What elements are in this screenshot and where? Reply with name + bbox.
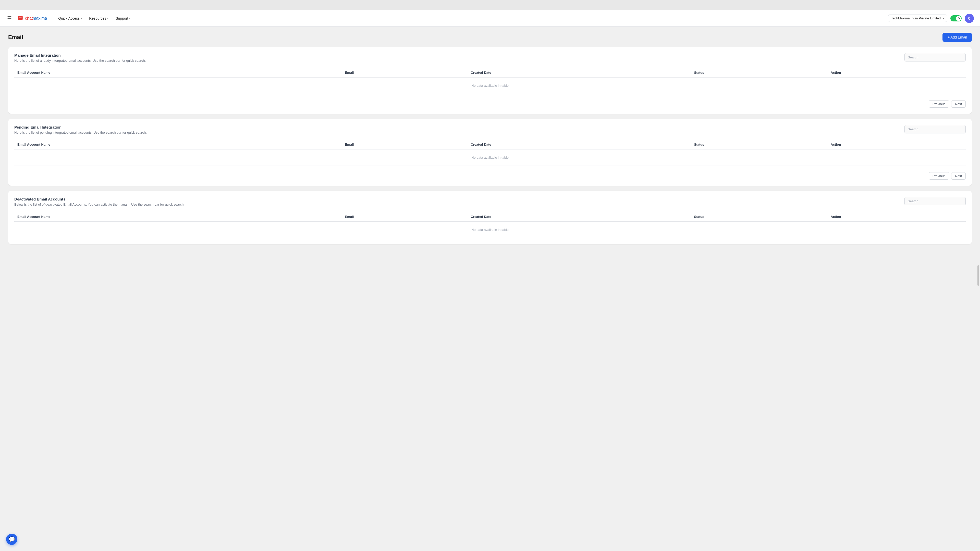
manage-col-email: Email: [342, 68, 468, 77]
logo-chat-text: chat: [25, 16, 33, 21]
resources-chevron-icon: ▾: [107, 17, 108, 20]
org-selector[interactable]: TechMaxima India Private Limited ▾: [888, 14, 947, 22]
logo-maxima-text: maxima: [33, 16, 47, 21]
pending-col-status: Status: [691, 140, 827, 149]
pending-empty-message: No data available in table: [14, 149, 966, 166]
logo[interactable]: chatmaxima: [17, 15, 47, 22]
deactivated-table: Email Account Name Email Created Date St…: [14, 212, 966, 238]
manage-table-header: Email Account Name Email Created Date St…: [14, 68, 966, 77]
nav-item-support[interactable]: Support ▾: [113, 15, 134, 22]
deactivated-table-body: No data available in table: [14, 221, 966, 238]
pending-section-title: Pending Email Integration: [14, 125, 904, 129]
deactivated-col-status: Status: [691, 212, 827, 221]
pending-email-section: Pending Email Integration Here is the li…: [8, 119, 972, 186]
logo-icon: [17, 15, 24, 22]
nav-item-quick-access[interactable]: Quick Access ▾: [55, 15, 85, 22]
pending-table-header: Email Account Name Email Created Date St…: [14, 140, 966, 149]
main-content: Email + Add Email Manage Email Integrati…: [0, 27, 980, 551]
pending-section-subtitle: Here is the list of pending intergrated …: [14, 130, 904, 135]
svg-point-3: [21, 17, 22, 18]
logo-text: chatmaxima: [25, 16, 47, 21]
manage-title-area: Manage Email Integration Here is the lis…: [14, 53, 904, 63]
navbar-left: ☰ chatmaxima Quick Access ▾ Resources ▾: [6, 14, 134, 22]
nav-item-resources[interactable]: Resources ▾: [86, 15, 111, 22]
manage-col-action: Action: [828, 68, 966, 77]
deactivated-email-section: Deactivated Email Accounts Below is the …: [8, 191, 972, 244]
pending-col-action: Action: [828, 140, 966, 149]
deactivated-empty-message: No data available in table: [14, 221, 966, 238]
deactivated-title-area: Deactivated Email Accounts Below is the …: [14, 197, 904, 207]
quick-access-label: Quick Access: [58, 16, 80, 21]
pending-table-body: No data available in table: [14, 149, 966, 166]
manage-section-title: Manage Email Integration: [14, 53, 904, 57]
avatar-label: C: [968, 16, 970, 21]
org-name: TechMaxima India Private Limited: [891, 16, 941, 20]
deactivated-table-header: Email Account Name Email Created Date St…: [14, 212, 966, 221]
pending-table-divider: [14, 168, 966, 168]
resources-label: Resources: [89, 16, 106, 21]
page-title: Email: [8, 34, 23, 41]
deactivated-col-email: Email: [342, 212, 468, 221]
deactivated-section-subtitle: Below is the list of of deactivated Emai…: [14, 202, 904, 207]
pending-empty-row: No data available in table: [14, 149, 966, 166]
manage-search-container: [904, 53, 966, 62]
manage-section-subtitle: Here is the list of already intergrated …: [14, 59, 904, 63]
page-header: Email + Add Email: [8, 33, 972, 42]
pending-col-created-date: Created Date: [468, 140, 691, 149]
deactivated-empty-row: No data available in table: [14, 221, 966, 238]
pending-next-button[interactable]: Next: [951, 172, 966, 179]
pending-section-header: Pending Email Integration Here is the li…: [14, 125, 966, 135]
chat-widget[interactable]: 💬: [6, 534, 18, 545]
manage-empty-row: No data available in table: [14, 77, 966, 94]
manage-next-button[interactable]: Next: [951, 100, 966, 108]
deactivated-section-header: Deactivated Email Accounts Below is the …: [14, 197, 966, 207]
top-bar: [0, 0, 980, 10]
manage-table: Email Account Name Email Created Date St…: [14, 68, 966, 94]
org-selector-chevron-icon: ▾: [943, 17, 944, 20]
settings-toggle[interactable]: ⚙: [950, 15, 962, 21]
quick-access-chevron-icon: ▾: [81, 17, 82, 20]
manage-pagination: Previous Next: [14, 100, 966, 108]
pending-previous-button[interactable]: Previous: [929, 172, 950, 179]
deactivated-search-input[interactable]: [904, 197, 966, 205]
deactivated-col-account-name: Email Account Name: [14, 212, 342, 221]
chat-widget-icon: 💬: [9, 536, 15, 542]
deactivated-table-header-row: Email Account Name Email Created Date St…: [14, 212, 966, 221]
navbar-right: TechMaxima India Private Limited ▾ ⚙ C: [888, 14, 974, 23]
pending-table-header-row: Email Account Name Email Created Date St…: [14, 140, 966, 149]
add-email-button[interactable]: + Add Email: [942, 33, 972, 42]
manage-previous-button[interactable]: Previous: [929, 100, 950, 108]
deactivated-section-title: Deactivated Email Accounts: [14, 197, 904, 201]
deactivated-col-created-date: Created Date: [468, 212, 691, 221]
manage-table-divider: [14, 96, 966, 96]
manage-col-status: Status: [691, 68, 827, 77]
navbar: ☰ chatmaxima Quick Access ▾ Resources ▾: [0, 10, 980, 27]
deactivated-col-action: Action: [828, 212, 966, 221]
settings-gear-icon: ⚙: [956, 16, 961, 21]
manage-email-section: Manage Email Integration Here is the lis…: [8, 47, 972, 114]
svg-point-1: [19, 17, 20, 18]
deactivated-search-container: [904, 197, 966, 205]
pending-table: Email Account Name Email Created Date St…: [14, 140, 966, 166]
hamburger-menu-icon[interactable]: ☰: [6, 14, 13, 22]
pending-col-email: Email: [342, 140, 468, 149]
scroll-indicator: [977, 265, 979, 286]
avatar[interactable]: C: [965, 14, 974, 23]
support-label: Support: [116, 16, 128, 21]
manage-col-account-name: Email Account Name: [14, 68, 342, 77]
pending-title-area: Pending Email Integration Here is the li…: [14, 125, 904, 135]
manage-table-body: No data available in table: [14, 77, 966, 94]
support-chevron-icon: ▾: [129, 17, 130, 20]
navbar-nav: Quick Access ▾ Resources ▾ Support ▾: [55, 15, 134, 22]
pending-col-account-name: Email Account Name: [14, 140, 342, 149]
manage-table-header-row: Email Account Name Email Created Date St…: [14, 68, 966, 77]
pending-pagination: Previous Next: [14, 172, 966, 179]
svg-point-2: [20, 17, 21, 18]
pending-search-container: [904, 125, 966, 133]
manage-section-header: Manage Email Integration Here is the lis…: [14, 53, 966, 63]
manage-empty-message: No data available in table: [14, 77, 966, 94]
manage-col-created-date: Created Date: [468, 68, 691, 77]
pending-search-input[interactable]: [904, 125, 966, 133]
manage-search-input[interactable]: [904, 53, 966, 62]
